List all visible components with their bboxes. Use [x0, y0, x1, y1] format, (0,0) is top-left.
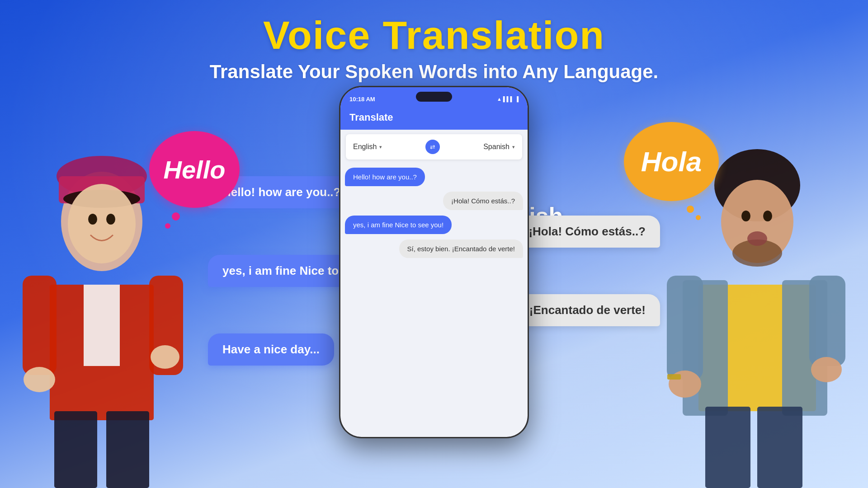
- phone-body: 10:18 AM ▲ ▌▌▌ ▐ Translate English ▾ ⇄: [339, 86, 529, 438]
- language-from-button[interactable]: English ▾: [353, 143, 382, 151]
- svg-rect-25: [705, 407, 750, 488]
- status-icons: ▲ ▌▌▌ ▐: [497, 96, 519, 102]
- svg-rect-11: [54, 411, 97, 488]
- phone-notch: [416, 92, 452, 102]
- language-from-label: English: [353, 143, 377, 151]
- svg-point-10: [151, 345, 179, 369]
- svg-point-13: [88, 214, 97, 225]
- chat-message-5: Have a nice day...: [208, 333, 334, 366]
- svg-point-28: [763, 211, 772, 221]
- svg-point-27: [741, 211, 750, 221]
- svg-rect-22: [809, 276, 845, 366]
- phone-chat-area: Hello! how are you..? ¡Hola! Cómo estás.…: [340, 164, 528, 262]
- hola-text: Hola: [641, 145, 702, 178]
- svg-rect-26: [757, 407, 802, 488]
- phone-chat-1: Hello! how are you..?: [345, 168, 425, 186]
- app-title: Translate: [349, 112, 519, 123]
- phone-chat-4: Sí, estoy bien. ¡Encantado de verte!: [399, 239, 523, 258]
- swap-icon: ⇄: [430, 143, 435, 150]
- language-selector[interactable]: English ▾ ⇄ Spanish ▾: [346, 134, 522, 160]
- phone-screen: 10:18 AM ▲ ▌▌▌ ▐ Translate English ▾ ⇄: [340, 87, 528, 437]
- battery-icon: ▐: [515, 96, 519, 102]
- svg-rect-6: [84, 285, 120, 366]
- page-title: Voice Translation: [0, 14, 868, 57]
- language-to-label: Spanish: [483, 143, 509, 151]
- svg-point-4: [68, 184, 136, 263]
- phone-mockup: 10:18 AM ▲ ▌▌▌ ▐ Translate English ▾ ⇄: [339, 86, 529, 438]
- swap-languages-button[interactable]: ⇄: [425, 140, 440, 154]
- page-subtitle: Translate Your Spoken Words into Any Lan…: [0, 61, 868, 83]
- phone-chat-3: yes, i am fine Nice to see you!: [345, 216, 452, 234]
- svg-point-29: [747, 231, 767, 246]
- chat-message-2: ¡Hola! Cómo estás..?: [514, 216, 660, 248]
- header: Voice Translation Translate Your Spoken …: [0, 14, 868, 83]
- svg-point-14: [106, 214, 115, 225]
- wifi-icon: ▲: [497, 96, 502, 102]
- language-to-arrow: ▾: [512, 144, 515, 150]
- signal-icon: ▌▌▌: [503, 96, 514, 102]
- hello-speech-bubble: Hello: [149, 131, 240, 208]
- status-time: 10:18 AM: [349, 96, 375, 103]
- language-from-arrow: ▾: [379, 144, 382, 150]
- svg-rect-30: [667, 374, 681, 380]
- hola-speech-bubble: Hola: [624, 122, 719, 201]
- app-header: Translate: [340, 107, 528, 130]
- svg-point-9: [24, 367, 55, 392]
- svg-point-24: [811, 357, 842, 382]
- svg-rect-21: [667, 276, 703, 380]
- hello-text: Hello: [164, 155, 226, 184]
- svg-rect-12: [106, 411, 149, 488]
- svg-rect-7: [23, 276, 57, 375]
- language-to-button[interactable]: Spanish ▾: [483, 143, 515, 151]
- phone-chat-2: ¡Hola! Cómo estás..?: [443, 192, 523, 210]
